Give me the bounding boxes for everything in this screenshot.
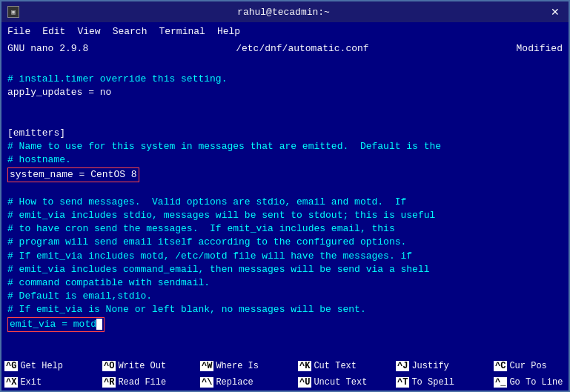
text-cursor [96, 319, 102, 330]
editor-line: # to have cron send the messages. If emi… [7, 222, 563, 236]
footer-bar: ^G Get Help ^O Write Out ^W Where Is ^K … [1, 358, 569, 391]
menu-view[interactable]: View [77, 26, 100, 37]
footer-cmd-uncut-text: ^U Uncut Text [298, 377, 387, 388]
label-where-is: Where Is [216, 361, 259, 371]
footer-row-2: ^X Exit ^R Read File ^\ Replace ^U Uncut… [1, 374, 569, 391]
editor-line [7, 182, 563, 196]
editor-line: # If emit_via includes motd, /etc/motd f… [7, 250, 563, 263]
key-to-spell: ^T [396, 377, 409, 388]
editor-line: # install.timer override this setting. [7, 73, 563, 86]
menu-search[interactable]: Search [113, 26, 148, 37]
editor-line: # emit_via includes stdio, messages will… [7, 209, 563, 222]
label-justify: Justify [411, 361, 448, 371]
editor-line: # Name to use for this system in message… [7, 140, 563, 153]
footer-cmd-read-file: ^R Read File [102, 377, 191, 388]
footer-cmd-where-is: ^W Where Is [200, 361, 289, 371]
footer-row-1: ^G Get Help ^O Write Out ^W Where Is ^K … [1, 358, 569, 374]
key-get-help: ^G [4, 361, 18, 371]
editor-line: # command compatible with sendmail. [7, 276, 563, 290]
editor-line [7, 100, 563, 113]
key-cut-text: ^K [298, 361, 311, 371]
footer-cmd-to-spell: ^T To Spell [396, 377, 485, 388]
footer-cmd-justify: ^J Justify [396, 361, 485, 371]
editor-line: # emit_via includes command_email, then … [7, 263, 563, 276]
label-cur-pos: Cur Pos [509, 361, 546, 371]
label-go-to-line: Go To Line [509, 377, 563, 388]
key-cur-pos: ^C [494, 361, 507, 371]
menu-file[interactable]: File [7, 26, 30, 37]
title-bar: ▣ rahul@tecadmin:~ ✕ [1, 1, 569, 22]
editor-line: apply_updates = no [7, 86, 563, 99]
label-replace: Replace [216, 377, 253, 388]
menu-bar: File Edit View Search Terminal Help [1, 22, 569, 40]
terminal-window: ▣ rahul@tecadmin:~ ✕ File Edit View Sear… [0, 0, 570, 392]
key-replace: ^\ [200, 377, 213, 388]
editor-line: # Default is email,stdio. [7, 290, 563, 303]
footer-cmd-cut-text: ^K Cut Text [298, 361, 387, 371]
footer-cmd-replace: ^\ Replace [200, 377, 289, 388]
key-go-to-line: ^_ [494, 377, 507, 388]
key-where-is: ^W [200, 361, 213, 371]
editor-line-emit: emit_via = motd [7, 317, 563, 332]
key-write-out: ^O [102, 361, 116, 371]
nano-filename: /etc/dnf/automatic.conf [236, 43, 368, 54]
footer-cmd-go-to-line: ^_ Go To Line [494, 377, 570, 388]
label-write-out: Write Out [118, 361, 166, 371]
label-read-file: Read File [118, 377, 166, 388]
close-button[interactable]: ✕ [548, 4, 563, 19]
menu-help[interactable]: Help [217, 26, 240, 37]
key-uncut-text: ^U [298, 377, 311, 388]
footer-cmd-cur-pos: ^C Cur Pos [494, 361, 570, 371]
editor-line: # program will send email itself accordi… [7, 236, 563, 249]
highlight-emit-via: emit_via = motd [7, 317, 105, 332]
editor-line: [emitters] [7, 127, 563, 140]
label-exit: Exit [20, 377, 42, 388]
nano-version: GNU nano 2.9.8 [7, 43, 88, 54]
nano-header: GNU nano 2.9.8 /etc/dnf/automatic.conf M… [1, 40, 569, 56]
key-exit: ^X [4, 377, 18, 388]
label-cut-text: Cut Text [314, 361, 357, 371]
label-get-help: Get Help [20, 361, 63, 371]
editor-line-system-name: system_name = CentOS 8 [7, 167, 563, 182]
nano-modified: Modified [517, 43, 563, 54]
label-to-spell: To Spell [411, 377, 454, 388]
footer-cmd-exit: ^X Exit [4, 377, 93, 388]
label-uncut-text: Uncut Text [314, 377, 367, 388]
editor-line [7, 59, 563, 73]
key-justify: ^J [396, 361, 409, 371]
highlight-system-name: system_name = CentOS 8 [7, 167, 139, 182]
terminal-icon: ▣ [7, 6, 19, 18]
footer-cmd-write-out: ^O Write Out [102, 361, 191, 371]
editor-line: # If emit_via is None or left blank, no … [7, 303, 563, 316]
window-title: rahul@tecadmin:~ [237, 7, 330, 18]
menu-edit[interactable]: Edit [42, 26, 65, 37]
menu-terminal[interactable]: Terminal [159, 26, 205, 37]
editor-area[interactable]: # install.timer override this setting. a… [1, 56, 569, 358]
title-bar-left: ▣ [7, 6, 19, 18]
editor-line: # How to send messages. Valid options ar… [7, 196, 563, 209]
key-read-file: ^R [102, 377, 116, 388]
editor-line: # hostname. [7, 153, 563, 167]
footer-cmd-get-help: ^G Get Help [4, 361, 93, 371]
editor-line [7, 113, 563, 127]
